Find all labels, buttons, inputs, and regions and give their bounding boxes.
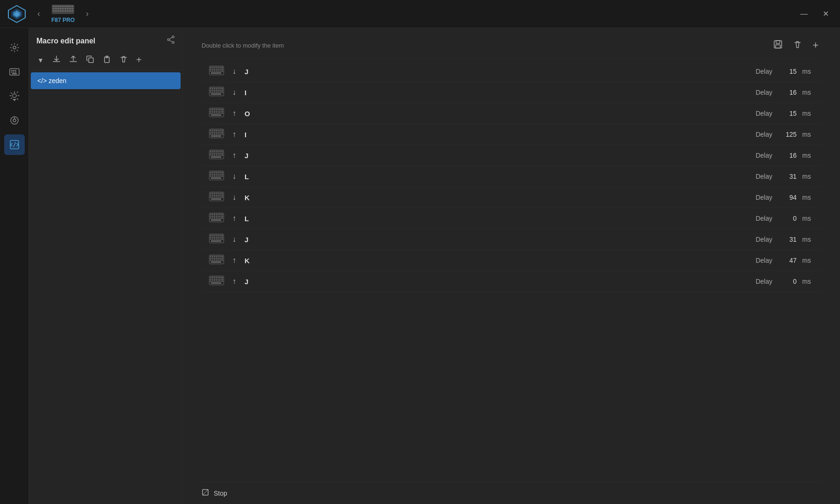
svg-rect-263 <box>211 240 221 242</box>
minimize-button[interactable]: — <box>797 7 812 20</box>
svg-rect-269 <box>217 256 219 257</box>
svg-rect-225 <box>221 214 223 215</box>
svg-rect-111 <box>210 111 211 112</box>
add-macro-button[interactable]: + <box>133 53 145 67</box>
entry-ms-unit: ms <box>802 173 814 180</box>
svg-rect-81 <box>210 88 211 89</box>
svg-rect-62 <box>217 67 219 68</box>
entry-row[interactable]: ↓JDelay15ms <box>202 61 821 82</box>
paste-button[interactable] <box>100 53 114 67</box>
delete-macro-button[interactable] <box>117 53 131 67</box>
keyboard-icon <box>209 234 224 245</box>
sidebar-item-macro[interactable] <box>4 134 25 155</box>
sidebar-item-settings[interactable] <box>4 37 25 58</box>
macro-entries-list: ↓JDelay15ms ↓IDelay16ms <box>202 59 821 482</box>
svg-rect-7 <box>57 6 59 7</box>
sidebar-item-performance[interactable] <box>4 110 25 131</box>
svg-rect-6 <box>55 6 57 7</box>
svg-rect-261 <box>219 238 221 240</box>
svg-point-43 <box>13 119 16 122</box>
entry-row[interactable]: ↑JDelay0ms <box>202 271 821 292</box>
svg-rect-121 <box>216 112 217 114</box>
entry-row[interactable]: ↑JDelay16ms <box>202 145 821 166</box>
svg-rect-82 <box>212 88 213 89</box>
svg-point-48 <box>168 39 169 41</box>
svg-rect-186 <box>221 174 223 175</box>
entry-row[interactable]: ↑ODelay15ms <box>202 103 821 124</box>
entry-delay-value: 47 <box>778 257 797 264</box>
svg-rect-31 <box>71 10 73 12</box>
entry-row[interactable]: ↓LDelay31ms <box>202 166 821 187</box>
sidebar-item-lighting[interactable] <box>4 86 25 106</box>
svg-rect-85 <box>217 88 219 89</box>
macro-item-zeden[interactable]: </> zeden <box>31 72 181 89</box>
svg-rect-93 <box>219 90 221 91</box>
svg-rect-91 <box>216 90 217 91</box>
entry-row[interactable]: ↑LDelay0ms <box>202 208 821 229</box>
svg-rect-102 <box>211 93 221 95</box>
svg-rect-219 <box>210 214 211 215</box>
left-panel: Macro edit panel ▼ <box>29 28 183 504</box>
svg-rect-157 <box>210 153 211 154</box>
svg-rect-184 <box>217 174 219 175</box>
svg-rect-227 <box>212 216 213 217</box>
svg-rect-235 <box>214 217 215 219</box>
content-header: Double click to modify the item + <box>202 28 821 59</box>
dropdown-button[interactable]: ▼ <box>35 55 47 66</box>
svg-rect-28 <box>64 10 66 12</box>
svg-rect-180 <box>210 174 211 175</box>
svg-rect-58 <box>210 67 211 68</box>
svg-rect-154 <box>217 151 219 152</box>
svg-rect-29 <box>67 10 69 12</box>
entry-key-label: O <box>245 110 259 118</box>
svg-rect-239 <box>221 217 223 219</box>
svg-rect-79 <box>211 72 221 74</box>
entry-delay-label: Delay <box>744 131 772 138</box>
svg-rect-278 <box>221 258 223 259</box>
svg-rect-148 <box>211 135 221 137</box>
entry-delay-label: Delay <box>744 215 772 222</box>
titlebar-right: — ✕ <box>797 7 833 20</box>
svg-rect-231 <box>219 216 221 217</box>
svg-rect-176 <box>216 172 217 173</box>
entry-key-label: I <box>245 131 259 139</box>
entry-row[interactable]: ↑IDelay125ms <box>202 124 821 145</box>
entry-ms-unit: ms <box>802 68 814 75</box>
footer-bar: Stop <box>202 482 821 504</box>
entry-row[interactable]: ↑KDelay47ms <box>202 250 821 271</box>
nav-back-button[interactable]: ‹ <box>34 7 44 21</box>
keyboard-icon <box>209 213 224 224</box>
export-button[interactable] <box>49 53 63 67</box>
sidebar-item-keyboard[interactable] <box>4 62 25 82</box>
svg-rect-38 <box>13 72 14 73</box>
entry-row[interactable]: ↓JDelay31ms <box>202 229 821 250</box>
svg-rect-193 <box>221 175 223 177</box>
entry-row[interactable]: ↓IDelay16ms <box>202 82 821 103</box>
import-button[interactable] <box>66 53 80 67</box>
entry-delay-label: Delay <box>744 68 772 75</box>
copy-button[interactable] <box>83 53 97 67</box>
svg-rect-253 <box>217 237 219 238</box>
svg-rect-290 <box>214 277 215 278</box>
svg-rect-77 <box>219 70 221 72</box>
hint-text: Double click to modify the item <box>202 42 284 49</box>
svg-rect-24 <box>55 10 57 12</box>
svg-rect-304 <box>214 280 215 282</box>
nav-forward-button[interactable]: › <box>82 7 92 21</box>
delete-entry-button[interactable] <box>790 37 805 53</box>
svg-rect-256 <box>210 238 211 240</box>
stop-icon <box>202 489 209 497</box>
svg-rect-60 <box>214 67 215 68</box>
keyboard-icon <box>209 192 224 203</box>
svg-rect-173 <box>210 172 211 173</box>
svg-rect-307 <box>219 280 221 282</box>
entry-row[interactable]: ↓KDelay94ms <box>202 187 821 208</box>
save-entry-button[interactable] <box>770 37 785 53</box>
svg-rect-178 <box>219 172 221 173</box>
add-entry-button[interactable]: + <box>810 37 821 53</box>
svg-rect-65 <box>210 69 211 70</box>
svg-rect-5 <box>53 6 55 7</box>
svg-rect-164 <box>210 154 211 156</box>
close-button[interactable]: ✕ <box>819 7 833 20</box>
share-button[interactable] <box>167 35 175 46</box>
